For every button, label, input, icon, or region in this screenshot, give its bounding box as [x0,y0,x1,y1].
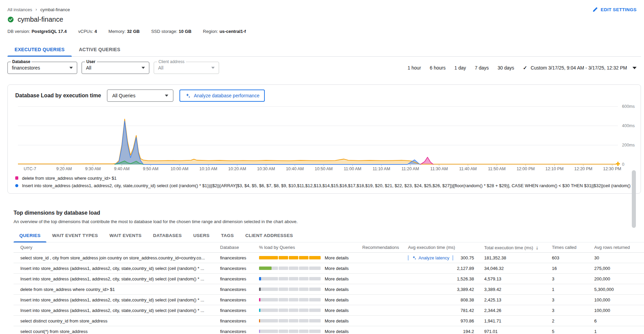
edit-settings-label: EDIT SETTINGS [601,7,637,12]
dimension-tabs: QUERIESWAIT EVENT TYPESWAIT EVENTSDATABA… [14,229,644,242]
database-load-card: Database Load by execution time All Quer… [7,84,641,194]
filter-value: All [158,65,164,71]
times-called-cell: 1 [552,287,594,292]
column-header--load-by-queries[interactable]: % load by Queries [259,245,362,250]
sort-desc-icon[interactable]: ↓ [536,244,539,250]
meta-label: vCPUs: [78,29,93,34]
dimension-tab-queries[interactable]: QUERIES [14,229,46,242]
database-cell: financestores [220,308,259,313]
database-cell: financestores [220,276,259,281]
x-axis-label: 11:30 AM [430,166,448,171]
time-option-7-days[interactable]: 7 days [475,65,489,71]
load-bar-segment [299,309,308,312]
scrollbar-thumb[interactable] [632,170,636,228]
query-cell: select store_id , city from store_addres… [14,255,220,260]
total-execution-time-cell: 3,389.42 [484,287,552,292]
column-header-label: Avg execution time (ms) [408,245,455,250]
dimension-tab-users[interactable]: USERS [188,229,215,242]
meta-value: us-central1-f [219,29,246,34]
avg-execution-time-cell: 194.2 [408,329,484,334]
breadcrumb-current: cymbal-finance [40,7,70,12]
more-details-link[interactable]: More details [325,287,349,292]
time-range-custom[interactable]: ✓ Custom 3/17/25, 9:04 AM - 3/17/25, 12:… [523,65,637,71]
load-bar-segment [299,288,308,291]
time-option-30-days[interactable]: 30 days [498,65,514,71]
avg-execution-time-value: 300.75 [460,255,474,260]
time-option-1-day[interactable]: 1 day [454,65,466,71]
chevron-down-icon [211,67,215,69]
x-axis-label: 11:40 AM [459,166,477,171]
main-tabs: EXECUTED QUERIESACTIVE QUERIES [7,43,641,57]
avg-execution-time-cell: 808.38 [408,297,484,302]
edit-settings-button[interactable]: EDIT SETTINGS [593,7,637,12]
meta-label: DB version: [7,29,30,34]
card-title: Database Load by execution time [15,93,101,99]
total-execution-time-cell: 181,352.38 [484,255,552,260]
column-header-database[interactable]: Database [220,245,259,250]
query-filter-select[interactable]: All Queries [107,90,173,102]
analyze-latency-button[interactable]: Analyze latency [408,255,453,260]
load-bar-segment [259,319,278,322]
load-chart[interactable]: 600ms400ms200ms0UTC-79:20 AM9:30 AM9:40 … [15,103,633,172]
card-header: Database Load by execution time All Quer… [15,90,633,102]
load-cell: More details [259,276,362,281]
total-execution-time-cell: 1,941.71 [484,318,552,323]
instance-meta-row: DB version:PostgreSQL 17.4vCPUs:4Memory:… [7,29,644,34]
column-header-recommendations[interactable]: Recommendations [362,245,408,250]
chevron-down-icon [69,67,73,69]
column-header-total-execution-time-ms-[interactable]: Total execution time (ms)↓ [484,244,552,250]
filter-database[interactable]: Databasefinancestores [7,62,77,74]
dimension-tab-wait-event-types[interactable]: WAIT EVENT TYPES [46,229,104,242]
query-cell: delete from store_address where country_… [14,287,220,292]
more-details-link[interactable]: More details [325,318,349,323]
query-cell: Insert into store_address (address1, add… [14,308,220,313]
meta-value: 4 [94,29,97,34]
more-details-link[interactable]: More details [325,297,349,302]
avg-rows-returned-cell: 100,000 [594,308,644,313]
avg-execution-time-value: 781.42 [460,308,474,313]
more-details-link[interactable]: More details [325,276,349,281]
table-row: Insert into store_address (address1, add… [14,274,644,284]
dimension-tab-databases[interactable]: DATABASES [147,229,188,242]
avg-execution-time-cell: 1,526.38 [408,276,484,281]
more-details-link[interactable]: More details [325,266,349,271]
meta-item: Region:us-central1-f [203,29,246,34]
time-option-1-hour[interactable]: 1 hour [408,65,421,71]
load-bar-segment [279,288,288,291]
tab-executed-queries[interactable]: EXECUTED QUERIES [7,43,72,56]
table-row: select count(*) from store_addressfinanc… [14,326,644,334]
column-header-avg-rows-returned[interactable]: Avg rows returned [594,245,644,250]
tab-active-queries[interactable]: ACTIVE QUERIES [72,43,127,56]
breadcrumb-all-instances[interactable]: All instances [7,7,32,12]
filter-selects: DatabasefinancestoresUserAllClient addre… [7,62,219,74]
analyze-database-performance-button[interactable]: Analyze database performance [179,90,265,102]
more-details-link[interactable]: More details [325,308,349,313]
filter-user[interactable]: UserAll [82,62,149,74]
load-cell: More details [259,329,362,334]
filters-row: DatabasefinancestoresUserAllClient addre… [7,62,637,74]
column-header-times-called[interactable]: Times called [552,245,594,250]
section-title: Top dimensions by database load [14,210,644,216]
legend-item: delete from store_address where country_… [15,174,633,182]
column-header-label: % load by Queries [259,245,295,250]
column-header-avg-execution-time-ms-[interactable]: Avg execution time (ms) [408,245,484,250]
load-bar-segment [259,330,278,333]
time-option-6-hours[interactable]: 6 hours [430,65,446,71]
times-called-cell: 603 [552,255,594,260]
more-details-link[interactable]: More details [325,255,349,260]
avg-execution-time-value: 3,389.42 [457,287,474,292]
load-bar-segment [289,330,298,333]
database-cell: financestores [220,329,259,334]
dimension-tab-client-addresses[interactable]: CLIENT ADDRESSES [239,229,299,242]
times-called-cell: 5 [552,329,594,334]
load-bar-segment [299,330,308,333]
filter-label: User [85,59,97,64]
column-header-query[interactable]: Query [14,245,220,250]
dimension-tab-wait-events[interactable]: WAIT EVENTS [104,229,147,242]
dimension-tab-tags[interactable]: TAGS [215,229,240,242]
load-cell: More details [259,255,362,260]
instance-title-row: cymbal-finance [7,16,644,23]
more-details-link[interactable]: More details [325,329,349,334]
load-bar [259,309,321,312]
load-bar-fill [279,256,288,259]
